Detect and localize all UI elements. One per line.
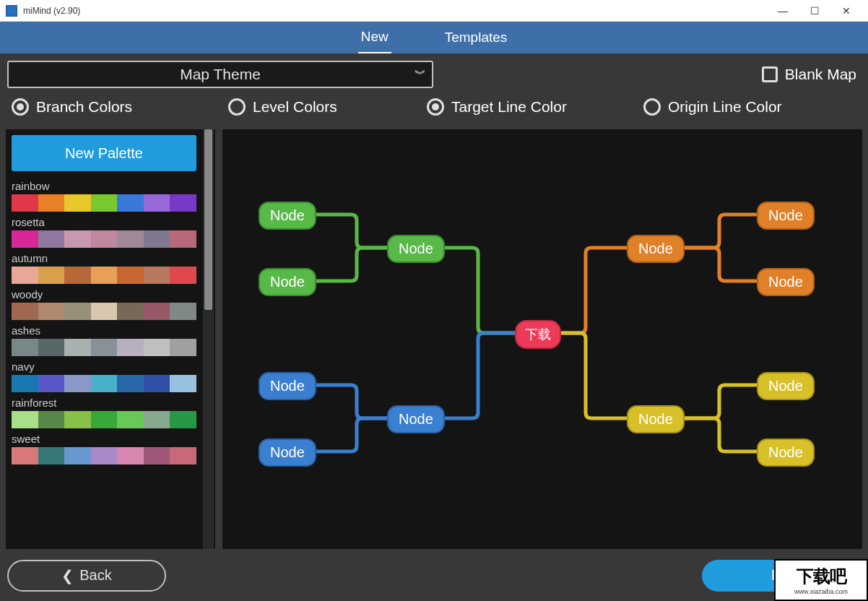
radio-target-line-color[interactable]: Target Line Color — [427, 98, 643, 116]
node-orange-leaf-1[interactable]: Node — [757, 202, 815, 230]
bottom-bar: ❮ Back Fin — [0, 555, 868, 595]
color-mode-radios: Branch Colors Level Colors Target Line C… — [0, 94, 868, 124]
swatch — [144, 267, 170, 284]
swatch — [12, 375, 38, 392]
radio-level-colors[interactable]: Level Colors — [228, 98, 427, 116]
swatch — [12, 267, 38, 284]
minimize-button[interactable]: ― — [767, 0, 799, 22]
swatch — [144, 194, 170, 212]
palette-item-ashes[interactable]: ashes — [12, 323, 196, 356]
tab-new[interactable]: New — [358, 22, 391, 54]
node-yellow-leaf-2[interactable]: Node — [757, 438, 815, 467]
swatch-row — [12, 411, 196, 428]
swatch — [170, 447, 196, 464]
palette-item-rainbow[interactable]: rainbow — [12, 178, 196, 212]
swatch — [91, 447, 118, 464]
swatch — [38, 375, 65, 392]
node-yellow-mid[interactable]: Node — [627, 405, 685, 433]
maximize-button[interactable]: ☐ — [799, 0, 830, 22]
swatch — [144, 303, 170, 320]
palette-item-rainforest[interactable]: rainforest — [12, 395, 196, 428]
node-blue-leaf-2[interactable]: Node — [259, 438, 316, 467]
workarea: Map Theme ︾ Blank Map Branch Colors Leve… — [0, 53, 868, 601]
swatch — [91, 230, 118, 248]
swatch — [91, 267, 118, 284]
swatch — [144, 339, 170, 356]
palette-item-navy[interactable]: navy — [12, 359, 196, 392]
swatch-row — [12, 267, 196, 284]
scroll-thumb[interactable] — [204, 129, 212, 310]
palette-name: autumn — [12, 251, 196, 265]
swatch — [117, 411, 144, 428]
swatch — [144, 230, 170, 248]
tab-templates[interactable]: Templates — [442, 22, 511, 53]
swatch — [144, 375, 170, 392]
node-yellow-leaf-1[interactable]: Node — [757, 372, 815, 400]
blank-map-label: Blank Map — [785, 66, 856, 83]
map-theme-label: Map Theme — [180, 66, 261, 83]
swatch — [144, 447, 170, 464]
node-green-leaf-2[interactable]: Node — [259, 268, 316, 296]
swatch-row — [12, 375, 196, 392]
swatch — [12, 194, 38, 212]
swatch — [170, 230, 196, 248]
swatch-row — [12, 339, 196, 356]
swatch — [64, 230, 91, 248]
content-area: New Palette rainbowrosettaautumnwoodyash… — [6, 129, 862, 549]
node-green-leaf-1[interactable]: Node — [259, 202, 316, 230]
palette-item-autumn[interactable]: autumn — [12, 251, 196, 284]
swatch — [144, 411, 170, 428]
blank-map-checkbox[interactable]: Blank Map — [762, 66, 861, 83]
chevron-down-icon: ︾ — [415, 67, 423, 82]
palette-name: rosetta — [12, 215, 196, 229]
radio-origin-line-color[interactable]: Origin Line Color — [643, 98, 782, 116]
radio-branch-colors[interactable]: Branch Colors — [12, 98, 228, 116]
swatch — [170, 375, 196, 392]
palette-item-woody[interactable]: woody — [12, 287, 196, 320]
node-orange-leaf-2[interactable]: Node — [757, 268, 815, 296]
palette-name: navy — [12, 359, 196, 373]
palette-scrollbar[interactable] — [202, 129, 214, 549]
swatch — [38, 339, 65, 356]
root-node[interactable]: 下载 — [515, 320, 561, 349]
node-blue-mid[interactable]: Node — [387, 405, 445, 433]
close-button[interactable]: ✕ — [830, 0, 862, 22]
swatch — [117, 230, 144, 248]
swatch — [64, 375, 91, 392]
swatch — [91, 339, 118, 356]
swatch — [117, 375, 144, 392]
swatch — [117, 303, 144, 320]
node-blue-leaf-1[interactable]: Node — [259, 372, 316, 400]
swatch — [170, 339, 196, 356]
swatch — [170, 194, 196, 212]
palette-item-sweet[interactable]: sweet — [12, 431, 196, 464]
back-button[interactable]: ❮ Back — [7, 560, 166, 592]
radio-icon — [228, 98, 246, 116]
new-palette-button[interactable]: New Palette — [12, 135, 196, 171]
watermark: 下载吧 www.xiazaiba.com — [774, 559, 868, 601]
swatch — [38, 194, 65, 212]
swatch — [64, 194, 91, 212]
palette-name: sweet — [12, 431, 196, 446]
swatch — [170, 411, 196, 428]
window-titlebar: miMind (v2.90) ― ☐ ✕ — [0, 0, 868, 22]
radio-icon — [643, 98, 661, 116]
map-theme-dropdown[interactable]: Map Theme ︾ — [7, 61, 433, 88]
chevron-left-icon: ❮ — [61, 567, 74, 584]
swatch — [38, 303, 65, 320]
swatch — [38, 447, 65, 464]
swatch — [117, 267, 144, 284]
swatch — [91, 411, 118, 428]
node-orange-mid[interactable]: Node — [627, 235, 685, 263]
node-green-mid[interactable]: Node — [387, 235, 445, 263]
palette-item-rosetta[interactable]: rosetta — [12, 215, 196, 248]
watermark-url: www.xiazaiba.com — [794, 588, 848, 595]
swatch — [91, 303, 118, 320]
swatch-row — [12, 230, 196, 248]
swatch — [64, 303, 91, 320]
swatch — [12, 230, 38, 248]
swatch — [117, 447, 144, 464]
swatch — [64, 447, 91, 464]
swatch — [91, 194, 118, 212]
palette-name: woody — [12, 287, 196, 301]
